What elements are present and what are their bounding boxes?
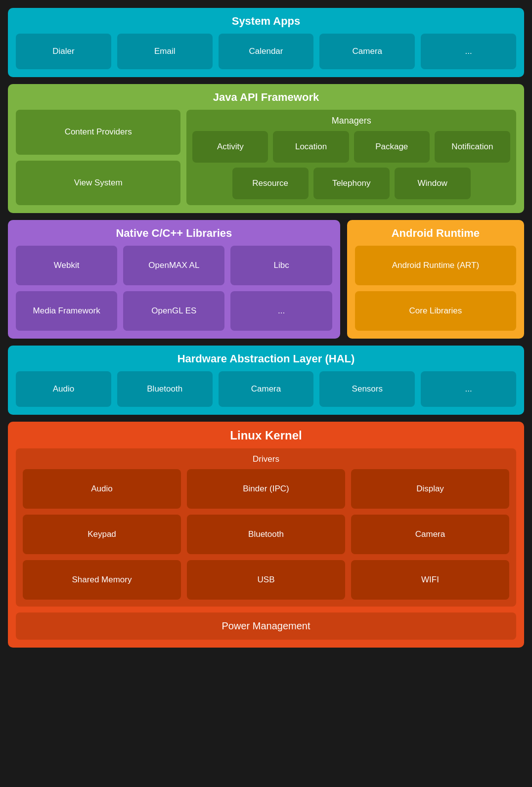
list-item: Window [395,168,471,199]
system-apps-layer: System Apps Dialer Email Calendar Camera… [8,8,524,77]
list-item: Camera [219,371,314,407]
art-card: Android Runtime (ART) [355,246,516,285]
java-api-layer: Java API Framework Content Providers Vie… [8,84,524,213]
list-item: Resource [232,168,309,199]
core-libraries-card: Core Libraries [355,291,516,331]
list-item: Shared Memory [23,560,181,600]
list-item: Binder (IPC) [187,469,345,509]
managers-row1: Activity Location Package Notification [192,131,510,163]
list-item: OpenMAX AL [123,246,224,285]
list-item: Camera [319,34,415,69]
list-item: WIFI [351,560,509,600]
list-item: Dialer [16,34,111,69]
native-libs-layer: Native C/C++ Libraries Webkit OpenMAX AL… [8,220,340,339]
list-item: Keypad [23,515,181,554]
list-item: ... [230,291,332,331]
list-item: Bluetooth [187,515,345,554]
list-item: Media Framework [16,291,117,331]
java-api-title: Java API Framework [16,91,516,104]
system-apps-row: Dialer Email Calendar Camera ... [16,34,516,69]
list-item: ... [421,34,516,69]
list-item: Audio [23,469,181,509]
drivers-section: Drivers Audio Binder (IPC) Display Keypa… [16,448,516,607]
linux-kernel-title: Linux Kernel [16,429,516,442]
native-libs-grid: Webkit OpenMAX AL Libc Media Framework O… [16,246,332,331]
drivers-grid: Audio Binder (IPC) Display Keypad Blueto… [23,469,509,600]
list-item: Location [273,131,349,163]
managers-row2: Resource Telephony Window [232,168,471,199]
list-item: Display [351,469,509,509]
content-providers-card: Content Providers [16,110,180,155]
android-runtime-title: Android Runtime [355,227,516,240]
list-item: OpenGL ES [123,291,224,331]
view-system-card: View System [16,161,180,206]
list-item: Telephony [313,168,390,199]
list-item: Camera [351,515,509,554]
list-item: Webkit [16,246,117,285]
list-item: Calendar [219,34,314,69]
list-item: Audio [16,371,111,407]
native-libs-title: Native C/C++ Libraries [16,227,332,240]
list-item: Sensors [319,371,415,407]
java-api-main: Content Providers View System Managers A… [16,110,516,205]
list-item: Libc [230,246,332,285]
hal-row: Audio Bluetooth Camera Sensors ... [16,371,516,407]
power-management: Power Management [16,612,516,640]
drivers-title: Drivers [23,454,509,464]
list-item: USB [187,560,345,600]
linux-kernel-layer: Linux Kernel Drivers Audio Binder (IPC) … [8,422,524,648]
list-item: Notification [435,131,510,163]
list-item: ... [421,371,516,407]
hal-title: Hardware Abstraction Layer (HAL) [16,352,516,365]
native-runtime-row: Native C/C++ Libraries Webkit OpenMAX AL… [8,220,524,339]
hal-layer: Hardware Abstraction Layer (HAL) Audio B… [8,346,524,415]
managers-section: Managers Activity Location Package Notif… [186,110,516,205]
list-item: Email [117,34,213,69]
system-apps-title: System Apps [16,15,516,28]
java-api-left: Content Providers View System [16,110,180,205]
list-item: Bluetooth [117,371,213,407]
list-item: Package [354,131,430,163]
managers-title: Managers [192,116,510,126]
list-item: Activity [192,131,268,163]
android-runtime-layer: Android Runtime Android Runtime (ART) Co… [347,220,524,339]
